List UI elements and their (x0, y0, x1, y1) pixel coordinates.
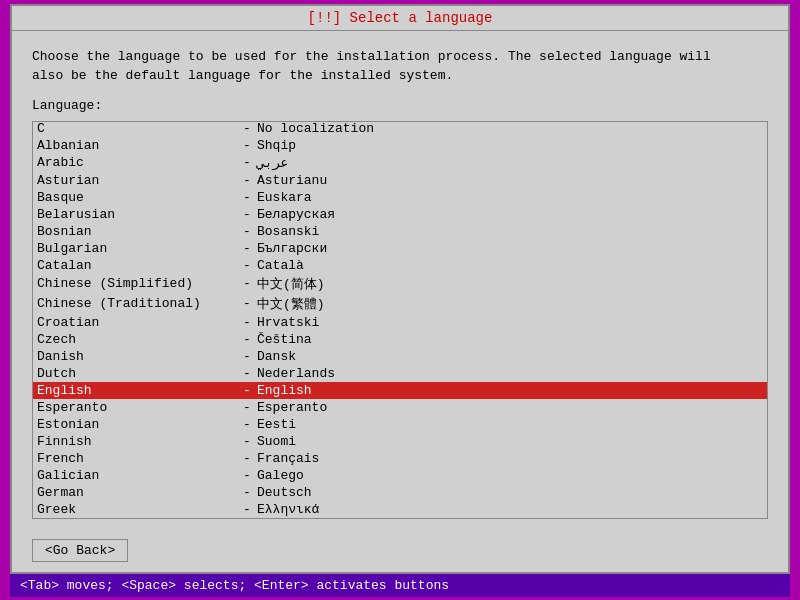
lang-native: Hrvatski (257, 315, 319, 330)
lang-native: English (257, 383, 312, 398)
lang-separator: - (237, 155, 257, 170)
lang-native: Dansk (257, 349, 296, 364)
lang-separator: - (237, 122, 257, 136)
list-item[interactable]: Galician-Galego (33, 467, 767, 484)
content-area: Choose the language to be used for the i… (12, 31, 788, 529)
lang-separator: - (237, 138, 257, 153)
lang-name: Dutch (37, 366, 237, 381)
go-back-button[interactable]: <Go Back> (32, 539, 128, 562)
lang-separator: - (237, 383, 257, 398)
lang-separator: - (237, 241, 257, 256)
lang-name: Chinese (Simplified) (37, 276, 237, 291)
lang-separator: - (237, 332, 257, 347)
lang-native: Беларуская (257, 207, 335, 222)
lang-separator: - (237, 349, 257, 364)
lang-name: Czech (37, 332, 237, 347)
title-bar: [!!] Select a language (12, 6, 788, 31)
list-item[interactable]: Croatian-Hrvatski (33, 314, 767, 331)
lang-native: Български (257, 241, 327, 256)
lang-native: Bosanski (257, 224, 319, 239)
lang-name: Bosnian (37, 224, 237, 239)
description: Choose the language to be used for the i… (32, 47, 768, 86)
language-list[interactable]: C-No localizationAlbanian-ShqipArabic-عر… (33, 122, 767, 518)
lang-separator: - (237, 315, 257, 330)
lang-name: Finnish (37, 434, 237, 449)
lang-name: Chinese (Traditional) (37, 296, 237, 311)
main-window: [!!] Select a language Choose the langua… (10, 4, 790, 574)
lang-separator: - (237, 451, 257, 466)
list-item[interactable]: C-No localization (33, 122, 767, 137)
list-item[interactable]: Catalan-Català (33, 257, 767, 274)
lang-name: Croatian (37, 315, 237, 330)
list-item[interactable]: Danish-Dansk (33, 348, 767, 365)
lang-name: French (37, 451, 237, 466)
list-item[interactable]: Czech-Čeština (33, 331, 767, 348)
list-item[interactable]: Finnish-Suomi (33, 433, 767, 450)
list-item[interactable]: Chinese (Traditional)-中文(繁體) (33, 294, 767, 314)
lang-native: Suomi (257, 434, 296, 449)
lang-separator: - (237, 190, 257, 205)
list-item[interactable]: French-Français (33, 450, 767, 467)
lang-separator: - (237, 258, 257, 273)
status-bar: <Tab> moves; <Space> selects; <Enter> ac… (10, 574, 790, 597)
lang-native: Català (257, 258, 304, 273)
list-item[interactable]: Bulgarian-Български (33, 240, 767, 257)
list-item[interactable]: Asturian-Asturianu (33, 172, 767, 189)
list-item[interactable]: Esperanto-Esperanto (33, 399, 767, 416)
lang-native: Français (257, 451, 319, 466)
lang-native: 中文(繁體) (257, 295, 325, 313)
lang-native: Čeština (257, 332, 312, 347)
list-item[interactable]: English-English (33, 382, 767, 399)
lang-name: Estonian (37, 417, 237, 432)
lang-separator: - (237, 366, 257, 381)
lang-name: Arabic (37, 155, 237, 170)
lang-separator: - (237, 400, 257, 415)
list-item[interactable]: Albanian-Shqip (33, 137, 767, 154)
list-item[interactable]: Chinese (Simplified)-中文(简体) (33, 274, 767, 294)
list-item[interactable]: Belarusian-Беларуская (33, 206, 767, 223)
language-label: Language: (32, 98, 768, 113)
language-list-container: C-No localizationAlbanian-ShqipArabic-عر… (32, 121, 768, 519)
list-item[interactable]: Basque-Euskara (33, 189, 767, 206)
lang-separator: - (237, 417, 257, 432)
lang-name: Basque (37, 190, 237, 205)
lang-name: English (37, 383, 237, 398)
lang-native: Ελληνικά (257, 502, 319, 517)
lang-native: Esperanto (257, 400, 327, 415)
lang-name: C (37, 122, 237, 136)
list-item[interactable]: Bosnian-Bosanski (33, 223, 767, 240)
list-item[interactable]: Greek-Ελληνικά (33, 501, 767, 518)
lang-separator: - (237, 502, 257, 517)
button-area: <Go Back> (12, 529, 788, 572)
list-item[interactable]: German-Deutsch (33, 484, 767, 501)
list-item[interactable]: Dutch-Nederlands (33, 365, 767, 382)
lang-separator: - (237, 173, 257, 188)
lang-separator: - (237, 207, 257, 222)
lang-native: Asturianu (257, 173, 327, 188)
lang-name: Belarusian (37, 207, 237, 222)
lang-separator: - (237, 276, 257, 291)
lang-native: Deutsch (257, 485, 312, 500)
lang-separator: - (237, 485, 257, 500)
lang-separator: - (237, 468, 257, 483)
lang-name: Catalan (37, 258, 237, 273)
list-item[interactable]: Arabic-عربي (33, 154, 767, 172)
lang-native: عربي (257, 155, 288, 171)
lang-name: German (37, 485, 237, 500)
lang-name: Asturian (37, 173, 237, 188)
window-title: [!!] Select a language (308, 10, 493, 26)
lang-native: Nederlands (257, 366, 335, 381)
lang-separator: - (237, 224, 257, 239)
lang-name: Danish (37, 349, 237, 364)
lang-native: No localization (257, 122, 374, 136)
lang-native: Shqip (257, 138, 296, 153)
lang-name: Albanian (37, 138, 237, 153)
lang-name: Galician (37, 468, 237, 483)
lang-native: Eesti (257, 417, 296, 432)
list-item[interactable]: Estonian-Eesti (33, 416, 767, 433)
lang-separator: - (237, 434, 257, 449)
lang-native: Galego (257, 468, 304, 483)
lang-native: 中文(简体) (257, 275, 325, 293)
lang-native: Euskara (257, 190, 312, 205)
description-line1: Choose the language to be used for the i… (32, 49, 711, 64)
